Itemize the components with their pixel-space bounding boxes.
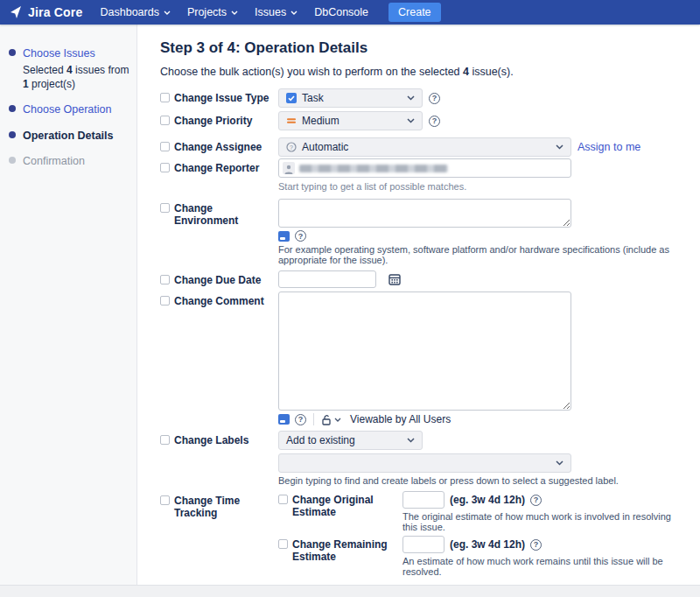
- help-icon[interactable]: ?: [295, 414, 306, 425]
- step-choose-issues-link[interactable]: Choose Issues: [23, 47, 95, 60]
- change-assignee-label: Change Assignee: [174, 141, 262, 153]
- issue-type-value: Task: [302, 92, 324, 104]
- remaining-estimate-input[interactable]: [402, 536, 444, 553]
- change-due-date-label: Change Due Date: [174, 274, 261, 286]
- chevron-down-icon: [164, 11, 171, 15]
- help-icon[interactable]: ?: [429, 93, 440, 104]
- intro-suffix: issue(s).: [469, 66, 514, 78]
- remaining-estimate-example: (eg. 3w 4d 12h): [450, 538, 525, 551]
- chevron-down-icon: [556, 144, 564, 150]
- help-icon[interactable]: ?: [295, 230, 306, 242]
- nav-dbconsole[interactable]: DbConsole: [314, 6, 368, 18]
- nav-issues[interactable]: Issues: [255, 6, 298, 18]
- change-due-date-checkbox[interactable]: [160, 275, 170, 284]
- content: Choose Issues Selected 4 issues from 1 p…: [0, 25, 700, 585]
- help-icon[interactable]: ?: [530, 539, 542, 551]
- step-operation-details: Operation Details: [9, 129, 130, 144]
- comment-textarea[interactable]: [278, 291, 571, 411]
- chevron-down-icon: [556, 460, 564, 466]
- wiki-renderer-icon[interactable]: [278, 414, 290, 425]
- labels-mode-select[interactable]: Add to existing: [278, 431, 423, 450]
- step-choose-operation[interactable]: Choose Operation: [9, 102, 130, 117]
- issue-type-select[interactable]: Task: [278, 88, 423, 108]
- step-choose-operation-link[interactable]: Choose Operation: [23, 103, 111, 116]
- row-change-environment: Change Environment ? For example operati…: [160, 199, 684, 265]
- reporter-value-redacted: [299, 165, 448, 172]
- comment-visibility-value: Viewable by All Users: [350, 413, 451, 425]
- help-icon[interactable]: ?: [530, 495, 542, 506]
- change-reporter-checkbox[interactable]: [160, 163, 170, 172]
- change-original-estimate-checkbox[interactable]: [278, 495, 288, 504]
- change-priority-label: Change Priority: [174, 115, 252, 127]
- chevron-down-icon: [231, 11, 238, 15]
- reporter-input[interactable]: [278, 158, 571, 178]
- change-issue-type-checkbox[interactable]: [160, 93, 170, 102]
- step-bullet: [9, 105, 16, 112]
- chevron-down-icon: [407, 118, 415, 123]
- priority-value: Medium: [302, 115, 340, 127]
- nav-dashboards[interactable]: Dashboards: [101, 6, 171, 18]
- priority-select[interactable]: Medium: [278, 111, 423, 130]
- chevron-down-icon: [407, 438, 415, 443]
- help-icon[interactable]: ?: [429, 116, 440, 127]
- brand[interactable]: Jira Core: [9, 5, 83, 19]
- task-icon: [286, 93, 297, 103]
- change-time-tracking-label: Change Time Tracking: [174, 495, 278, 520]
- change-labels-checkbox[interactable]: [160, 435, 170, 445]
- change-environment-checkbox[interactable]: [160, 203, 170, 213]
- change-remaining-estimate-checkbox[interactable]: [278, 539, 288, 549]
- change-assignee-checkbox[interactable]: [160, 142, 170, 151]
- wiki-renderer-icon[interactable]: [278, 231, 290, 242]
- brand-name: Jira Core: [28, 5, 83, 19]
- main-panel: Step 3 of 4: Operation Details Choose th…: [137, 25, 700, 585]
- subtext-part: project(s): [29, 78, 75, 90]
- row-change-comment: Change Comment ?: [160, 291, 684, 425]
- nav-dbconsole-label: DbConsole: [314, 6, 368, 18]
- chevron-down-icon: [334, 418, 341, 422]
- divider: [313, 413, 314, 425]
- original-estimate-input[interactable]: [402, 491, 444, 509]
- step-bullet: [9, 49, 16, 56]
- original-estimate-description: The original estimate of how much work i…: [402, 511, 684, 532]
- assign-to-me-link[interactable]: Assign to me: [578, 141, 640, 153]
- change-time-tracking-checkbox[interactable]: [160, 495, 170, 505]
- due-date-input[interactable]: [278, 270, 376, 288]
- change-reporter-label: Change Reporter: [174, 162, 259, 174]
- svg-text:?: ?: [290, 144, 293, 151]
- calendar-icon: [388, 273, 401, 285]
- user-avatar-icon: [283, 162, 295, 174]
- chevron-down-icon: [290, 11, 298, 15]
- row-change-assignee: Change Assignee ? Automatic Assign to me: [160, 137, 684, 157]
- row-change-issue-type: Change Issue Type Task ?: [160, 88, 684, 108]
- top-nav: Jira Core Dashboards Projects Issues DbC…: [0, 0, 700, 25]
- calendar-picker-button[interactable]: [388, 273, 401, 285]
- automatic-assignee-icon: ?: [286, 142, 297, 152]
- step-confirmation-label: Confirmation: [23, 155, 85, 167]
- wizard-steps-sidebar: Choose Issues Selected 4 issues from 1 p…: [0, 25, 137, 585]
- change-comment-label: Change Comment: [174, 295, 264, 307]
- change-original-estimate-label: Change Original Estimate: [292, 494, 402, 518]
- nav-dashboards-label: Dashboards: [101, 6, 159, 18]
- nav-projects-label: Projects: [187, 6, 227, 18]
- nav-issues-label: Issues: [255, 6, 286, 18]
- change-issue-type-label: Change Issue Type: [174, 92, 269, 104]
- create-button[interactable]: Create: [388, 3, 441, 22]
- change-comment-checkbox[interactable]: [160, 296, 170, 306]
- environment-textarea[interactable]: [278, 199, 571, 228]
- nav-projects[interactable]: Projects: [187, 6, 238, 18]
- labels-mode-value: Add to existing: [286, 434, 355, 446]
- assignee-value: Automatic: [302, 141, 348, 153]
- priority-medium-icon: [286, 116, 297, 126]
- comment-visibility-button[interactable]: [321, 414, 341, 425]
- labels-picker-select[interactable]: [278, 453, 571, 473]
- change-environment-label: Change Environment: [174, 202, 278, 228]
- change-labels-label: Change Labels: [174, 434, 248, 446]
- project-count: 1: [23, 78, 29, 90]
- row-change-labels: Change Labels Add to existing Begin typi…: [160, 431, 684, 486]
- row-change-time-tracking: Change Time Tracking Change Original Est…: [160, 491, 684, 580]
- row-change-due-date: Change Due Date: [160, 270, 684, 288]
- step-choose-issues[interactable]: Choose Issues Selected 4 issues from 1 p…: [9, 46, 130, 91]
- assignee-select[interactable]: ? Automatic: [278, 137, 571, 157]
- step-bullet: [9, 157, 16, 164]
- change-priority-checkbox[interactable]: [160, 116, 170, 125]
